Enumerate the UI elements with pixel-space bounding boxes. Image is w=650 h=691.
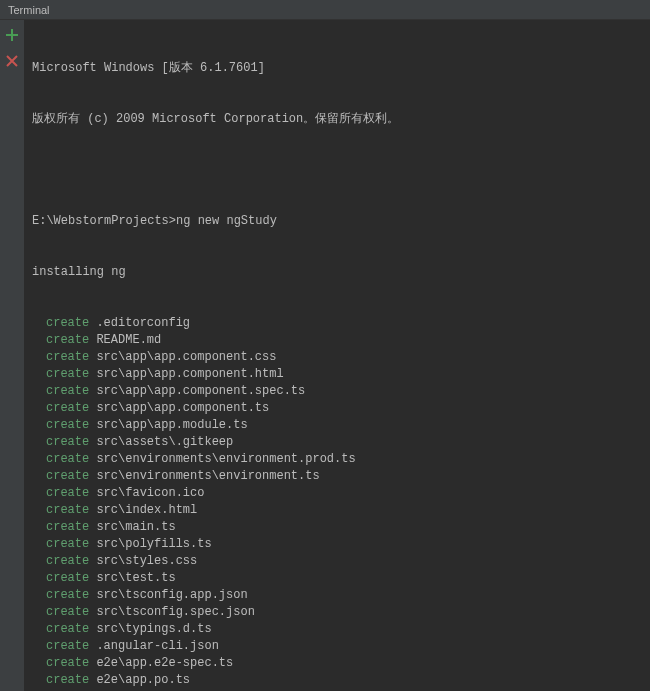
prompt-line: E:\WebstormProjects>ng new ngStudy bbox=[32, 213, 642, 230]
create-keyword: create bbox=[46, 452, 89, 466]
create-filename: src\typings.d.ts bbox=[96, 622, 211, 636]
create-keyword: create bbox=[46, 435, 89, 449]
create-line: create src\app\app.module.ts bbox=[32, 417, 642, 434]
create-line: create src\index.html bbox=[32, 502, 642, 519]
create-filename: src\environments\environment.prod.ts bbox=[96, 452, 355, 466]
create-line: create src\test.ts bbox=[32, 570, 642, 587]
create-keyword: create bbox=[46, 588, 89, 602]
create-filename: src\app\app.component.css bbox=[96, 350, 276, 364]
create-filename: e2e\app.po.ts bbox=[96, 673, 190, 687]
os-header-line: Microsoft Windows [版本 6.1.7601] bbox=[32, 60, 642, 77]
create-filename: src\styles.css bbox=[96, 554, 197, 568]
create-line: create src\app\app.component.ts bbox=[32, 400, 642, 417]
create-keyword: create bbox=[46, 384, 89, 398]
create-line: create src\main.ts bbox=[32, 519, 642, 536]
create-line: create e2e\app.e2e-spec.ts bbox=[32, 655, 642, 672]
create-filename: src\app\app.component.ts bbox=[96, 401, 269, 415]
prompt-path: E:\WebstormProjects> bbox=[32, 214, 176, 228]
create-keyword: create bbox=[46, 622, 89, 636]
create-line: create src\polyfills.ts bbox=[32, 536, 642, 553]
terminal-output[interactable]: Microsoft Windows [版本 6.1.7601] 版权所有 (c)… bbox=[24, 20, 650, 691]
create-keyword: create bbox=[46, 418, 89, 432]
blank-line bbox=[32, 162, 642, 179]
create-keyword: create bbox=[46, 520, 89, 534]
create-line: create src\app\app.component.spec.ts bbox=[32, 383, 642, 400]
install-header: installing ng bbox=[32, 264, 642, 281]
create-filename: src\polyfills.ts bbox=[96, 537, 211, 551]
prompt-command: ng new ngStudy bbox=[176, 214, 277, 228]
terminal-gutter bbox=[0, 20, 24, 691]
create-filename: README.md bbox=[96, 333, 161, 347]
main-area: Microsoft Windows [版本 6.1.7601] 版权所有 (c)… bbox=[0, 20, 650, 691]
create-keyword: create bbox=[46, 639, 89, 653]
plus-icon[interactable] bbox=[5, 28, 19, 42]
create-filename: src\app\app.component.spec.ts bbox=[96, 384, 305, 398]
create-line: create src\styles.css bbox=[32, 553, 642, 570]
create-keyword: create bbox=[46, 486, 89, 500]
create-keyword: create bbox=[46, 605, 89, 619]
copyright-line: 版权所有 (c) 2009 Microsoft Corporation。保留所有… bbox=[32, 111, 642, 128]
create-filename: src\tsconfig.app.json bbox=[96, 588, 247, 602]
terminal-titlebar: Terminal bbox=[0, 0, 650, 20]
create-keyword: create bbox=[46, 503, 89, 517]
create-line: create src\app\app.component.html bbox=[32, 366, 642, 383]
create-line: create src\environments\environment.ts bbox=[32, 468, 642, 485]
create-line: create src\tsconfig.spec.json bbox=[32, 604, 642, 621]
create-filename: .editorconfig bbox=[96, 316, 190, 330]
terminal-title: Terminal bbox=[8, 4, 50, 16]
create-filename: src\main.ts bbox=[96, 520, 175, 534]
create-keyword: create bbox=[46, 333, 89, 347]
create-keyword: create bbox=[46, 537, 89, 551]
create-keyword: create bbox=[46, 401, 89, 415]
create-filename: src\app\app.module.ts bbox=[96, 418, 247, 432]
create-filename: src\app\app.component.html bbox=[96, 367, 283, 381]
create-line: create e2e\app.po.ts bbox=[32, 672, 642, 689]
create-keyword: create bbox=[46, 656, 89, 670]
create-line: create src\environments\environment.prod… bbox=[32, 451, 642, 468]
create-keyword: create bbox=[46, 673, 89, 687]
create-keyword: create bbox=[46, 571, 89, 585]
create-filename: src\environments\environment.ts bbox=[96, 469, 319, 483]
create-line: create .editorconfig bbox=[32, 315, 642, 332]
close-icon[interactable] bbox=[5, 54, 19, 68]
create-line: create .angular-cli.json bbox=[32, 638, 642, 655]
create-filename: src\index.html bbox=[96, 503, 197, 517]
create-filename: src\tsconfig.spec.json bbox=[96, 605, 254, 619]
create-line: create src\assets\.gitkeep bbox=[32, 434, 642, 451]
create-filename: e2e\app.e2e-spec.ts bbox=[96, 656, 233, 670]
create-line: create src\tsconfig.app.json bbox=[32, 587, 642, 604]
create-filename: src\test.ts bbox=[96, 571, 175, 585]
create-filename: src\assets\.gitkeep bbox=[96, 435, 233, 449]
create-keyword: create bbox=[46, 554, 89, 568]
create-line: create src\favicon.ico bbox=[32, 485, 642, 502]
create-keyword: create bbox=[46, 367, 89, 381]
create-keyword: create bbox=[46, 469, 89, 483]
create-keyword: create bbox=[46, 316, 89, 330]
create-filename: .angular-cli.json bbox=[96, 639, 218, 653]
create-list: create .editorconfigcreate README.mdcrea… bbox=[32, 315, 642, 691]
create-filename: src\favicon.ico bbox=[96, 486, 204, 500]
create-line: create src\typings.d.ts bbox=[32, 621, 642, 638]
create-keyword: create bbox=[46, 350, 89, 364]
create-line: create README.md bbox=[32, 332, 642, 349]
create-line: create src\app\app.component.css bbox=[32, 349, 642, 366]
